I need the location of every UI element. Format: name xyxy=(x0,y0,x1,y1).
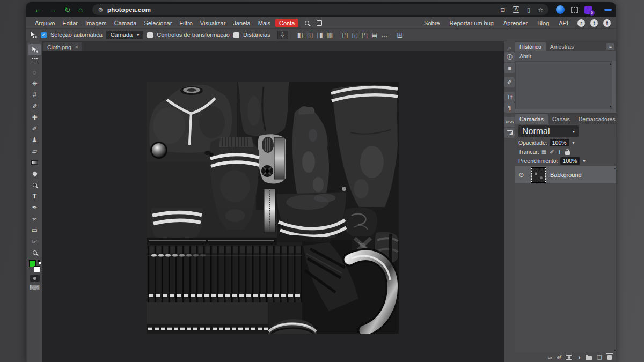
fill-value[interactable]: 100% xyxy=(560,157,580,165)
magic-wand-tool[interactable]: ✳ xyxy=(28,78,41,89)
path-select-tool[interactable]: ➢ xyxy=(28,213,41,224)
reload-icon[interactable]: ↻ xyxy=(64,6,71,13)
align-left-icon[interactable]: ◧ xyxy=(297,32,303,38)
history-entry-open[interactable]: Abrir xyxy=(515,51,616,61)
tab-camadas[interactable]: Camadas xyxy=(515,114,548,124)
account-button[interactable]: Conta xyxy=(275,19,298,27)
layer-effects-icon[interactable]: ef xyxy=(557,354,561,360)
tab-demarcadores[interactable]: Demarcadores xyxy=(574,114,616,124)
menu-api[interactable]: API xyxy=(555,19,572,27)
scroll-up-icon[interactable]: ▴ xyxy=(610,62,611,65)
align-middle-icon[interactable]: ◱ xyxy=(352,32,357,38)
color-swatches[interactable] xyxy=(29,260,41,272)
add-mask-icon[interactable] xyxy=(566,355,572,360)
brush-settings-icon[interactable]: ✐ xyxy=(504,77,515,87)
menu-imagem[interactable]: Imagem xyxy=(82,19,111,27)
distances-checkbox[interactable] xyxy=(233,32,239,38)
new-layer-icon[interactable]: ❏ xyxy=(597,354,602,361)
new-group-icon[interactable] xyxy=(586,356,592,360)
close-icon[interactable]: × xyxy=(75,44,78,50)
twitter-icon[interactable]: t xyxy=(590,19,598,27)
layer-row-background[interactable]: ⊙ Background xyxy=(515,166,616,184)
lock-paint-icon[interactable]: ✐ xyxy=(550,149,554,155)
properties-panel-icon[interactable]: ≡ xyxy=(504,63,515,73)
search-icon[interactable] xyxy=(305,21,309,25)
menu-sobre[interactable]: Sobre xyxy=(420,19,443,27)
delete-layer-icon[interactable] xyxy=(607,355,612,360)
document-tab[interactable]: Cloth.png × xyxy=(43,42,82,51)
lasso-tool[interactable]: ◌ xyxy=(28,67,41,78)
align-bottom-icon[interactable]: ◳ xyxy=(362,32,368,38)
back-icon[interactable]: ← xyxy=(34,6,42,13)
blend-mode-select[interactable]: Normal ▾ xyxy=(518,125,579,137)
history-menu-icon[interactable]: ≡ xyxy=(606,43,614,50)
quick-mask-button[interactable] xyxy=(30,275,40,282)
scroll-up-icon[interactable]: ▴ xyxy=(614,167,616,170)
facebook-icon[interactable]: f xyxy=(603,19,611,27)
tab-amostras[interactable]: Amostras xyxy=(546,42,578,51)
image-panel-icon[interactable]: ◢ xyxy=(504,128,515,138)
purple-extension-icon[interactable]: 6 xyxy=(584,6,592,14)
translate-icon[interactable]: A xyxy=(513,6,519,13)
history-list[interactable]: ▴ ▾ xyxy=(515,61,612,109)
keyboard-shortcuts-icon[interactable]: ⌨ xyxy=(30,284,40,292)
menu-blog[interactable]: Blog xyxy=(533,19,553,27)
type-tool[interactable]: T xyxy=(28,190,41,202)
forward-icon[interactable]: → xyxy=(49,6,57,13)
gradient-tool[interactable] xyxy=(28,157,41,168)
spot-heal-tool[interactable]: ✚ xyxy=(28,112,41,123)
zoom-tool[interactable] xyxy=(28,247,41,258)
distribute-horizontal-icon[interactable]: ▥ xyxy=(327,32,333,38)
menu-janela[interactable]: Janela xyxy=(229,19,254,27)
menu-visualizar[interactable]: Visualizar xyxy=(196,19,230,27)
layer-thumbnail[interactable] xyxy=(531,168,546,182)
more-options-icon[interactable]: … xyxy=(382,32,388,38)
css-panel-icon[interactable]: CSS xyxy=(504,117,515,127)
default-colors-icon[interactable] xyxy=(38,260,40,262)
menu-camada[interactable]: Camada xyxy=(111,19,141,27)
menu-aprender[interactable]: Aprender xyxy=(500,19,531,27)
site-info-icon[interactable]: ⚙ xyxy=(98,6,103,13)
dodge-tool[interactable] xyxy=(28,179,41,190)
tab-canais[interactable]: Canais xyxy=(548,114,574,124)
auto-select-checkbox[interactable]: ✓ xyxy=(41,32,47,38)
move-tool[interactable] xyxy=(28,44,41,55)
strip-collapse-icon[interactable]: ‹› xyxy=(508,47,511,51)
distribute-vertical-icon[interactable]: ▤ xyxy=(371,32,377,38)
eraser-tool[interactable]: ▱ xyxy=(28,145,41,157)
align-right-icon[interactable]: ◨ xyxy=(317,32,323,38)
shazam-extension-icon[interactable] xyxy=(556,5,565,14)
pen-tool[interactable]: ✒ xyxy=(28,202,41,213)
menu-reportar-bug[interactable]: Reportar um bug xyxy=(445,19,497,27)
menu-arquivo[interactable]: Arquivo xyxy=(31,19,58,27)
lock-all-icon[interactable] xyxy=(565,151,570,155)
lock-move-icon[interactable]: ✛ xyxy=(558,149,562,155)
opacity-value[interactable]: 100% xyxy=(550,139,569,146)
reddit-icon[interactable]: r xyxy=(577,19,585,27)
scroll-down-icon[interactable]: ▾ xyxy=(610,105,611,108)
shape-tool[interactable]: ▭ xyxy=(28,224,41,235)
target-select[interactable]: Camada ▾ xyxy=(106,31,144,39)
canvas-image[interactable] xyxy=(147,82,399,334)
adjustment-layer-icon[interactable]: ◑ xyxy=(577,354,581,360)
background-color-swatch[interactable] xyxy=(34,266,40,272)
transform-controls-checkbox[interactable] xyxy=(147,32,153,38)
visibility-eye-icon[interactable]: ⊙ xyxy=(515,166,528,183)
fullscreen-icon[interactable] xyxy=(317,20,322,26)
bookmark-star-icon[interactable]: ☆ xyxy=(538,6,543,13)
hand-tool[interactable]: ☞ xyxy=(28,235,41,247)
tab-historico[interactable]: Histórico xyxy=(515,42,546,51)
screenshot-extension-icon[interactable] xyxy=(571,7,578,13)
menu-mais[interactable]: Mais xyxy=(254,19,274,27)
fill-dropdown-icon[interactable]: ▼ xyxy=(582,159,586,164)
align-center-icon[interactable]: ◫ xyxy=(307,32,313,38)
send-to-device-icon[interactable]: ⊡ xyxy=(500,6,505,13)
auto-download-icon[interactable]: ⇩ xyxy=(277,31,288,39)
menu-selecionar[interactable]: Selecionar xyxy=(140,19,175,27)
eyedropper-tool[interactable]: ✏ xyxy=(28,100,41,112)
blur-tool[interactable] xyxy=(28,168,41,179)
scroll-down-icon[interactable]: ▾ xyxy=(614,349,616,352)
layer-name[interactable]: Background xyxy=(550,172,582,178)
grid-view-icon[interactable]: ⊞ xyxy=(397,31,404,39)
link-layers-icon[interactable]: ∞ xyxy=(548,354,552,360)
